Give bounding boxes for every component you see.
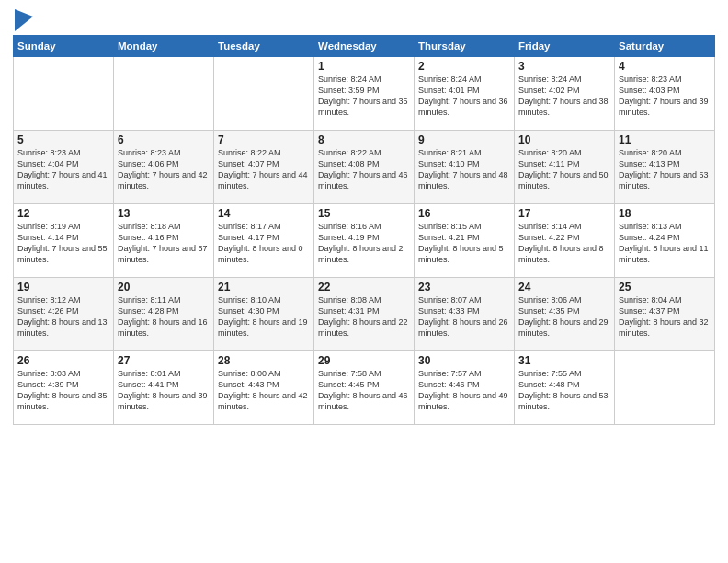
logo-icon <box>15 9 33 31</box>
calendar-cell: 7Sunrise: 8:22 AM Sunset: 4:07 PM Daylig… <box>214 131 314 204</box>
day-number: 19 <box>17 281 109 293</box>
day-number: 18 <box>619 207 711 220</box>
day-info: Sunrise: 8:20 AM Sunset: 4:11 PM Dayligh… <box>518 147 610 192</box>
calendar-cell: 18Sunrise: 8:13 AM Sunset: 4:24 PM Dayli… <box>615 204 715 278</box>
calendar-cell: 5Sunrise: 8:23 AM Sunset: 4:04 PM Daylig… <box>14 131 114 204</box>
day-number: 23 <box>418 281 510 293</box>
calendar-cell: 14Sunrise: 8:17 AM Sunset: 4:17 PM Dayli… <box>214 204 314 278</box>
day-info: Sunrise: 8:14 AM Sunset: 4:22 PM Dayligh… <box>518 221 610 266</box>
calendar-cell: 20Sunrise: 8:11 AM Sunset: 4:28 PM Dayli… <box>114 278 214 351</box>
day-info: Sunrise: 7:58 AM Sunset: 4:45 PM Dayligh… <box>318 368 410 413</box>
day-number: 9 <box>418 133 510 146</box>
day-info: Sunrise: 8:13 AM Sunset: 4:24 PM Dayligh… <box>619 221 711 266</box>
calendar-cell <box>214 57 314 131</box>
calendar-cell: 8Sunrise: 8:22 AM Sunset: 4:08 PM Daylig… <box>314 131 415 204</box>
calendar-cell: 9Sunrise: 8:21 AM Sunset: 4:10 PM Daylig… <box>415 131 515 204</box>
day-number: 28 <box>218 354 310 367</box>
day-info: Sunrise: 8:23 AM Sunset: 4:06 PM Dayligh… <box>118 147 210 192</box>
calendar-cell <box>114 57 214 131</box>
calendar-cell <box>14 57 114 131</box>
day-info: Sunrise: 8:08 AM Sunset: 4:31 PM Dayligh… <box>318 294 410 339</box>
day-header-saturday: Saturday <box>615 36 715 57</box>
calendar-cell: 3Sunrise: 8:24 AM Sunset: 4:02 PM Daylig… <box>515 57 615 131</box>
calendar-cell: 6Sunrise: 8:23 AM Sunset: 4:06 PM Daylig… <box>114 131 214 204</box>
calendar-cell: 30Sunrise: 7:57 AM Sunset: 4:46 PM Dayli… <box>415 351 515 425</box>
day-header-thursday: Thursday <box>415 36 515 57</box>
day-number: 11 <box>619 133 711 146</box>
day-info: Sunrise: 8:22 AM Sunset: 4:08 PM Dayligh… <box>318 147 410 192</box>
day-number: 26 <box>17 354 109 367</box>
day-info: Sunrise: 8:23 AM Sunset: 4:03 PM Dayligh… <box>619 74 711 119</box>
day-info: Sunrise: 8:12 AM Sunset: 4:26 PM Dayligh… <box>17 294 109 339</box>
day-number: 17 <box>518 207 610 220</box>
day-info: Sunrise: 8:07 AM Sunset: 4:33 PM Dayligh… <box>418 294 510 339</box>
day-number: 6 <box>118 133 210 146</box>
day-info: Sunrise: 8:24 AM Sunset: 3:59 PM Dayligh… <box>318 74 410 119</box>
day-header-tuesday: Tuesday <box>214 36 314 57</box>
day-number: 7 <box>218 133 310 146</box>
day-number: 20 <box>118 281 210 293</box>
calendar-cell: 15Sunrise: 8:16 AM Sunset: 4:19 PM Dayli… <box>314 204 415 278</box>
day-info: Sunrise: 7:57 AM Sunset: 4:46 PM Dayligh… <box>418 368 510 413</box>
calendar-cell <box>615 351 715 425</box>
day-info: Sunrise: 8:24 AM Sunset: 4:01 PM Dayligh… <box>418 74 510 119</box>
calendar-cell: 23Sunrise: 8:07 AM Sunset: 4:33 PM Dayli… <box>415 278 515 351</box>
day-number: 8 <box>318 133 410 146</box>
day-header-wednesday: Wednesday <box>314 36 415 57</box>
day-info: Sunrise: 8:20 AM Sunset: 4:13 PM Dayligh… <box>619 147 711 192</box>
day-info: Sunrise: 8:19 AM Sunset: 4:14 PM Dayligh… <box>17 221 109 266</box>
day-info: Sunrise: 8:23 AM Sunset: 4:04 PM Dayligh… <box>17 147 109 192</box>
calendar-cell: 10Sunrise: 8:20 AM Sunset: 4:11 PM Dayli… <box>515 131 615 204</box>
day-number: 24 <box>518 281 610 293</box>
calendar-cell: 22Sunrise: 8:08 AM Sunset: 4:31 PM Dayli… <box>314 278 415 351</box>
day-number: 10 <box>518 133 610 146</box>
day-info: Sunrise: 8:21 AM Sunset: 4:10 PM Dayligh… <box>418 147 510 192</box>
day-number: 22 <box>318 281 410 293</box>
day-info: Sunrise: 8:00 AM Sunset: 4:43 PM Dayligh… <box>218 368 310 413</box>
calendar-cell: 25Sunrise: 8:04 AM Sunset: 4:37 PM Dayli… <box>615 278 715 351</box>
day-header-monday: Monday <box>114 36 214 57</box>
calendar-cell: 4Sunrise: 8:23 AM Sunset: 4:03 PM Daylig… <box>615 57 715 131</box>
day-number: 15 <box>318 207 410 220</box>
day-info: Sunrise: 8:22 AM Sunset: 4:07 PM Dayligh… <box>218 147 310 192</box>
day-info: Sunrise: 8:10 AM Sunset: 4:30 PM Dayligh… <box>218 294 310 339</box>
day-number: 30 <box>418 354 510 367</box>
day-info: Sunrise: 8:06 AM Sunset: 4:35 PM Dayligh… <box>518 294 610 339</box>
day-number: 5 <box>17 133 109 146</box>
calendar-cell: 12Sunrise: 8:19 AM Sunset: 4:14 PM Dayli… <box>14 204 114 278</box>
calendar-cell: 16Sunrise: 8:15 AM Sunset: 4:21 PM Dayli… <box>415 204 515 278</box>
calendar-cell: 13Sunrise: 8:18 AM Sunset: 4:16 PM Dayli… <box>114 204 214 278</box>
day-info: Sunrise: 8:18 AM Sunset: 4:16 PM Dayligh… <box>118 221 210 266</box>
day-info: Sunrise: 8:17 AM Sunset: 4:17 PM Dayligh… <box>218 221 310 266</box>
day-number: 4 <box>619 60 711 73</box>
day-number: 31 <box>518 354 610 367</box>
day-number: 16 <box>418 207 510 220</box>
day-header-sunday: Sunday <box>14 36 114 57</box>
day-number: 14 <box>218 207 310 220</box>
calendar-cell: 2Sunrise: 8:24 AM Sunset: 4:01 PM Daylig… <box>415 57 515 131</box>
calendar-cell: 24Sunrise: 8:06 AM Sunset: 4:35 PM Dayli… <box>515 278 615 351</box>
day-info: Sunrise: 8:04 AM Sunset: 4:37 PM Dayligh… <box>619 294 711 339</box>
calendar-cell: 19Sunrise: 8:12 AM Sunset: 4:26 PM Dayli… <box>14 278 114 351</box>
day-info: Sunrise: 8:16 AM Sunset: 4:19 PM Dayligh… <box>318 221 410 266</box>
day-info: Sunrise: 8:11 AM Sunset: 4:28 PM Dayligh… <box>118 294 210 339</box>
day-number: 13 <box>118 207 210 220</box>
day-info: Sunrise: 8:03 AM Sunset: 4:39 PM Dayligh… <box>17 368 109 413</box>
day-number: 25 <box>619 281 711 293</box>
day-number: 3 <box>518 60 610 73</box>
calendar-cell: 21Sunrise: 8:10 AM Sunset: 4:30 PM Dayli… <box>214 278 314 351</box>
day-info: Sunrise: 8:15 AM Sunset: 4:21 PM Dayligh… <box>418 221 510 266</box>
day-info: Sunrise: 8:01 AM Sunset: 4:41 PM Dayligh… <box>118 368 210 413</box>
day-number: 29 <box>318 354 410 367</box>
day-info: Sunrise: 8:24 AM Sunset: 4:02 PM Dayligh… <box>518 74 610 119</box>
calendar-cell: 31Sunrise: 7:55 AM Sunset: 4:48 PM Dayli… <box>515 351 615 425</box>
calendar-cell: 29Sunrise: 7:58 AM Sunset: 4:45 PM Dayli… <box>314 351 415 425</box>
day-number: 1 <box>318 60 410 73</box>
logo <box>13 9 33 31</box>
day-number: 12 <box>17 207 109 220</box>
calendar-cell: 27Sunrise: 8:01 AM Sunset: 4:41 PM Dayli… <box>114 351 214 425</box>
calendar-cell: 1Sunrise: 8:24 AM Sunset: 3:59 PM Daylig… <box>314 57 415 131</box>
calendar-cell: 28Sunrise: 8:00 AM Sunset: 4:43 PM Dayli… <box>214 351 314 425</box>
calendar-cell: 26Sunrise: 8:03 AM Sunset: 4:39 PM Dayli… <box>14 351 114 425</box>
day-header-friday: Friday <box>515 36 615 57</box>
